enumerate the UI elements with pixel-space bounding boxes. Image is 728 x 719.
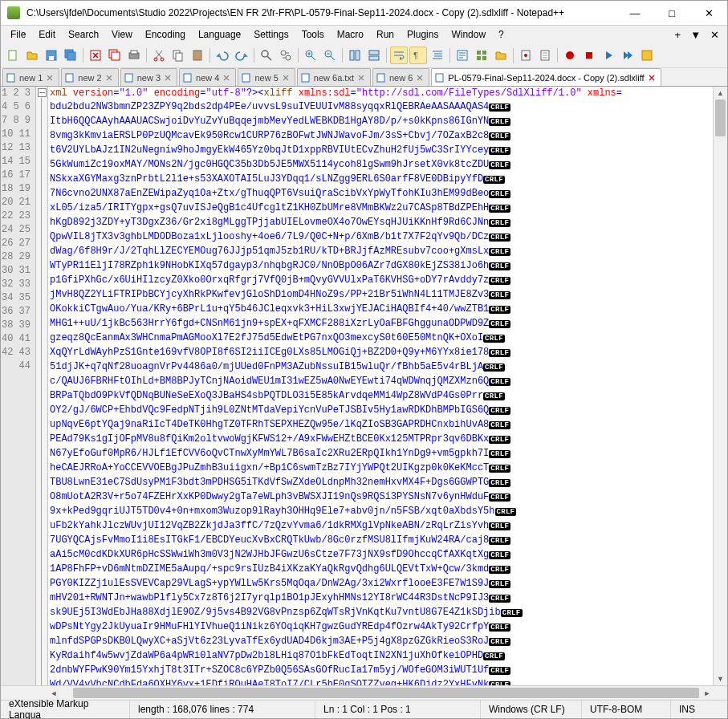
menu-settings[interactable]: Settings — [247, 27, 295, 42]
tab-doc-icon — [301, 73, 311, 83]
fold-margin[interactable] — [36, 87, 48, 685]
tab-7[interactable]: PL-0579-Final-Sep11-2024.docx - Copy (2)… — [431, 68, 661, 86]
scroll-down-arrow[interactable]: ▼ — [714, 672, 727, 685]
indent-guide-icon[interactable] — [429, 47, 446, 64]
menu-help[interactable]: ? — [492, 27, 510, 42]
status-eol[interactable]: Windows (CR LF) — [481, 701, 582, 718]
menu-tools[interactable]: Tools — [295, 27, 331, 42]
close-button[interactable]: ✕ — [690, 1, 727, 25]
folder-view-icon[interactable] — [492, 47, 510, 64]
menu-edit[interactable]: Edit — [32, 27, 62, 42]
sync-h-icon[interactable] — [365, 47, 383, 64]
svg-rect-27 — [477, 51, 481, 55]
menu-macro[interactable]: Macro — [331, 27, 370, 42]
function-list-icon[interactable] — [473, 47, 490, 64]
maximize-button[interactable]: □ — [653, 1, 690, 25]
svg-rect-23 — [369, 51, 379, 55]
record-macro-icon[interactable] — [561, 47, 579, 64]
tab-5[interactable]: new 6a.txt — [297, 68, 371, 86]
tab-doc-icon — [124, 73, 134, 83]
play-macro-icon[interactable] — [600, 47, 617, 64]
wordwrap-icon[interactable] — [390, 47, 408, 64]
stop-macro-icon[interactable] — [580, 47, 598, 64]
svg-rect-28 — [482, 51, 486, 55]
status-encoding[interactable]: UTF-8-BOM — [582, 701, 671, 718]
tab-close-icon[interactable] — [416, 74, 424, 82]
code-area[interactable]: xml version="1.0" encoding="utf-8"?><xli… — [48, 87, 713, 685]
save-macro-icon[interactable] — [638, 47, 656, 64]
lang-format-icon[interactable] — [453, 47, 471, 64]
replace-icon[interactable] — [277, 47, 295, 64]
play-multi-icon[interactable] — [619, 47, 636, 64]
undo-icon[interactable] — [214, 47, 231, 64]
tab-label: PL-0579-Final-Sep11-2024.docx - Copy (2)… — [448, 73, 644, 83]
doc-list-icon[interactable] — [536, 47, 554, 64]
menu-down[interactable]: ▼ — [685, 27, 706, 43]
open-file-icon[interactable] — [23, 47, 41, 64]
tab-close-icon[interactable] — [164, 74, 172, 82]
paste-icon[interactable] — [189, 47, 206, 64]
save-all-icon[interactable] — [62, 47, 79, 64]
scroll-left-arrow[interactable]: ◄ — [47, 689, 60, 697]
close-file-icon[interactable] — [87, 47, 104, 64]
menu-run[interactable]: Run — [370, 27, 401, 42]
sync-v-icon[interactable] — [346, 47, 364, 64]
tab-label: new 3 — [137, 73, 161, 83]
svg-rect-42 — [302, 74, 309, 82]
save-icon[interactable] — [43, 47, 60, 64]
tab-4[interactable]: new 5 — [238, 68, 295, 86]
menu-view[interactable]: View — [105, 27, 139, 42]
window-title: C:\Users\jfdel\Documents\Studio 2022\Pro… — [26, 7, 616, 18]
scroll-up-arrow[interactable]: ▲ — [714, 87, 727, 100]
tab-6[interactable]: new 6 — [372, 68, 429, 86]
svg-rect-39 — [125, 74, 132, 82]
menu-plus[interactable]: + — [670, 27, 686, 43]
svg-rect-13 — [176, 53, 182, 61]
tab-1[interactable]: new 2 — [61, 68, 118, 86]
svg-text:¶: ¶ — [413, 51, 418, 60]
tab-close-icon[interactable] — [648, 74, 656, 82]
status-position: Ln : 1 Col : 1 Pos : 1 — [315, 701, 481, 718]
vertical-scrollbar[interactable]: ▲ ▼ — [713, 87, 727, 685]
fold-minus-icon[interactable] — [38, 88, 47, 97]
redo-icon[interactable] — [233, 47, 250, 64]
status-insert-mode[interactable]: INS — [671, 701, 727, 718]
tab-close-icon[interactable] — [46, 74, 54, 82]
tab-close-icon[interactable] — [282, 74, 290, 82]
svg-rect-41 — [242, 74, 250, 82]
copy-icon[interactable] — [169, 47, 187, 64]
horizontal-scrollbar[interactable]: ◄ ► — [1, 685, 727, 700]
menu-language[interactable]: Language — [192, 27, 247, 42]
scroll-right-arrow[interactable]: ► — [701, 689, 714, 697]
menu-x[interactable]: ✕ — [706, 27, 724, 43]
scroll-thumb-h[interactable] — [73, 688, 699, 698]
cut-icon[interactable] — [150, 47, 168, 64]
new-file-icon[interactable] — [4, 47, 22, 64]
zoom-out-icon[interactable] — [321, 47, 339, 64]
svg-rect-24 — [369, 56, 379, 60]
scroll-thumb-v[interactable] — [715, 100, 726, 136]
zoom-in-icon[interactable] — [302, 47, 319, 64]
tab-close-icon[interactable] — [357, 74, 365, 82]
tab-label: new 4 — [196, 73, 219, 83]
tab-close-icon[interactable] — [105, 74, 113, 82]
tab-0[interactable]: new 1 — [2, 68, 59, 86]
find-icon[interactable] — [258, 47, 275, 64]
menu-plugins[interactable]: Plugins — [401, 27, 445, 42]
show-all-chars-icon[interactable]: ¶ — [409, 47, 427, 64]
tab-label: new 5 — [254, 73, 278, 83]
tab-close-icon[interactable] — [222, 74, 230, 82]
menu-encoding[interactable]: Encoding — [139, 27, 192, 42]
close-all-icon[interactable] — [106, 47, 124, 64]
svg-rect-21 — [350, 51, 354, 60]
tab-label: new 2 — [78, 73, 101, 83]
tab-2[interactable]: new 3 — [120, 68, 177, 86]
svg-point-17 — [281, 51, 286, 55]
tab-3[interactable]: new 4 — [179, 68, 236, 86]
print-icon[interactable] — [125, 47, 143, 64]
menu-search[interactable]: Search — [62, 27, 105, 42]
doc-map-icon[interactable] — [517, 47, 535, 64]
menu-file[interactable]: File — [4, 27, 32, 42]
menu-window[interactable]: Window — [445, 27, 492, 42]
minimize-button[interactable]: — — [616, 1, 653, 25]
